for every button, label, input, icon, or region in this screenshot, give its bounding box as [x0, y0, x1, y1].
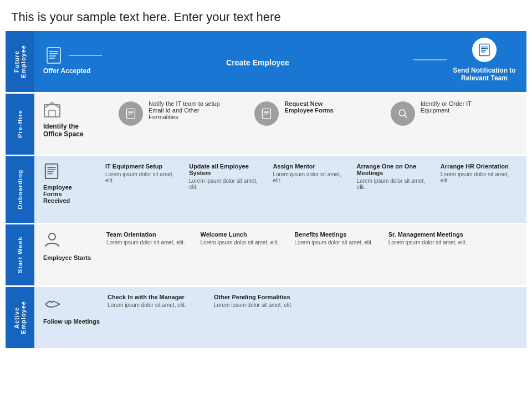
sr-management-meetings-title: Sr. Management Meetings: [388, 231, 518, 238]
identify-order-it-label: Identify or Order IT Equipment: [421, 100, 482, 114]
request-forms-label: Request New Employee Forms: [284, 100, 351, 114]
offer-accepted-step: Offer Accepted: [43, 45, 106, 75]
employee-starts-icon: [43, 231, 99, 251]
check-in-manager-title: Check In with the Manager: [108, 294, 206, 300]
arrange-hr-title: Arrange HR Orientation: [441, 163, 518, 170]
benefits-meetings-step: Benefits Meetings Lorem ipsum dolor sit …: [294, 231, 381, 245]
svg-point-20: [399, 110, 405, 116]
startweek-content: Employee Starts Team Orientation Lorem i…: [34, 224, 526, 285]
request-forms-icon: [254, 101, 279, 126]
arrow-1: [69, 55, 102, 56]
page-title: This is your sample text here. Enter you…: [0, 0, 532, 31]
identify-office-icon: [43, 100, 110, 120]
onboarding-content: EmployeeFormsReceived IT Equipment Setup…: [34, 156, 526, 223]
other-pending-title: Other Pending Formalities: [214, 294, 313, 300]
benefits-meetings-desc: Lorem ipsum dolor sit amet, elit.: [294, 239, 381, 245]
notify-it-icon: [119, 101, 143, 126]
onboarding-label: Onboarding: [6, 156, 34, 223]
assign-mentor-step: Assign Mentor Lorem ipsum dolor sit amet…: [273, 163, 350, 183]
svg-point-27: [49, 233, 55, 240]
welcome-lunch-step: Welcome Lunch Lorem ipsum dolor sit amet…: [201, 231, 287, 245]
prehire-label: Pre-Hire: [6, 94, 34, 155]
create-employee-step: Create Employee: [106, 53, 409, 67]
welcome-lunch-desc: Lorem ipsum dolor sit amet, elit.: [201, 239, 287, 245]
arrange-hr-step: Arrange HR Orientation Lorem ipsum dolor…: [441, 163, 518, 183]
other-pending-desc: Lorem ipsum dolor sit amet, elit.: [214, 302, 313, 308]
follow-up-meetings-icon: [43, 294, 100, 315]
update-system-step: Update all Employee System Lorem ipsum d…: [189, 163, 266, 190]
active-employee-row: Active Employee Follow up Meetings: [6, 287, 526, 348]
employee-forms-step: EmployeeFormsReceived: [43, 163, 99, 204]
arrange-one-on-one-step: Arrange One on One Meetings Lorem ipsum …: [357, 163, 434, 190]
identify-order-it-step: Identify or Order IT Equipment: [391, 100, 518, 126]
follow-up-meetings-step: Follow up Meetings: [43, 294, 100, 325]
future-employee-label: Future Employee: [6, 31, 34, 92]
employee-starts-step: Employee Starts: [43, 231, 99, 261]
identify-office-step: Identify theOffice Space: [43, 100, 110, 138]
team-orientation-step: Team Orientation Lorem ipsum dolor sit a…: [106, 231, 193, 245]
prehire-row: Pre-Hire Identify theOffice Space: [6, 94, 526, 155]
check-in-manager-step: Check In with the Manager Lorem ipsum do…: [108, 294, 206, 308]
notify-it-step: Notify the IT team to setup Email Id and…: [119, 100, 245, 126]
other-pending-step: Other Pending Formalities Lorem ipsum do…: [214, 294, 313, 308]
create-employee-label: Create Employee: [226, 58, 289, 67]
team-orientation-title: Team Orientation: [106, 231, 193, 238]
send-notification-label: Send Notification to Relevant Team: [451, 66, 518, 82]
offer-accepted-icon: [43, 45, 64, 66]
it-equipment-setup-title: IT Equipment Setup: [105, 163, 182, 170]
assign-mentor-desc: Lorem ipsum dolor sit amet, elit.: [273, 171, 350, 183]
active-employee-content: Follow up Meetings Check In with the Man…: [34, 287, 526, 348]
it-equipment-setup-desc: Lorem ipsum dolor sit amet, elit.: [105, 171, 182, 183]
startweek-label: Start Week: [6, 224, 34, 285]
benefits-meetings-title: Benefits Meetings: [294, 231, 381, 238]
arrange-one-on-one-title: Arrange One on One Meetings: [357, 163, 434, 176]
startweek-row: Start Week Employee Starts Team Orienta: [6, 224, 526, 285]
arrange-hr-desc: Lorem ipsum dolor sit amet, elit.: [441, 171, 518, 183]
future-employee-row: Future Employee: [6, 31, 526, 92]
future-employee-content: Offer Accepted Create Employee: [34, 31, 526, 92]
welcome-lunch-title: Welcome Lunch: [201, 231, 287, 238]
send-notification-icon: [472, 38, 497, 62]
notify-it-label: Notify the IT team to setup Email Id and…: [149, 100, 221, 120]
svg-line-21: [405, 115, 407, 117]
check-in-manager-desc: Lorem ipsum dolor sit amet, elit.: [108, 302, 206, 308]
request-forms-step: Request New Employee Forms: [254, 100, 381, 126]
it-equipment-setup-step: IT Equipment Setup Lorem ipsum dolor sit…: [105, 163, 182, 183]
send-notification-step: Send Notification to Relevant Team: [451, 38, 518, 82]
update-system-title: Update all Employee System: [189, 163, 266, 176]
active-employee-label: Active Employee: [6, 287, 34, 348]
identify-order-it-icon: [391, 101, 415, 126]
assign-mentor-title: Assign Mentor: [273, 163, 350, 170]
arrow-2: [413, 59, 447, 60]
identify-office-label: Identify theOffice Space: [43, 122, 110, 138]
prehire-content: Identify theOffice Space Notify the IT t…: [34, 94, 526, 155]
offer-accepted-label: Offer Accepted: [43, 67, 91, 75]
follow-up-meetings-label: Follow up Meetings: [43, 318, 100, 325]
svg-rect-22: [45, 164, 58, 178]
update-system-desc: Lorem ipsum dolor sit amet, elit.: [189, 178, 266, 190]
employee-forms-label: EmployeeFormsReceived: [43, 184, 99, 204]
employee-starts-label: Employee Starts: [43, 254, 99, 261]
onboarding-row: Onboarding EmployeeFormsReceived: [6, 156, 526, 223]
sr-management-meetings-desc: Lorem ipsum dolor sit amet, elit.: [388, 239, 518, 245]
sr-management-meetings-step: Sr. Management Meetings Lorem ipsum dolo…: [388, 231, 518, 245]
arrange-one-on-one-desc: Lorem ipsum dolor sit amet, elit.: [357, 178, 434, 190]
svg-rect-11: [49, 110, 55, 117]
team-orientation-desc: Lorem ipsum dolor sit amet, elit.: [106, 239, 193, 245]
employee-forms-icon: [43, 163, 99, 182]
